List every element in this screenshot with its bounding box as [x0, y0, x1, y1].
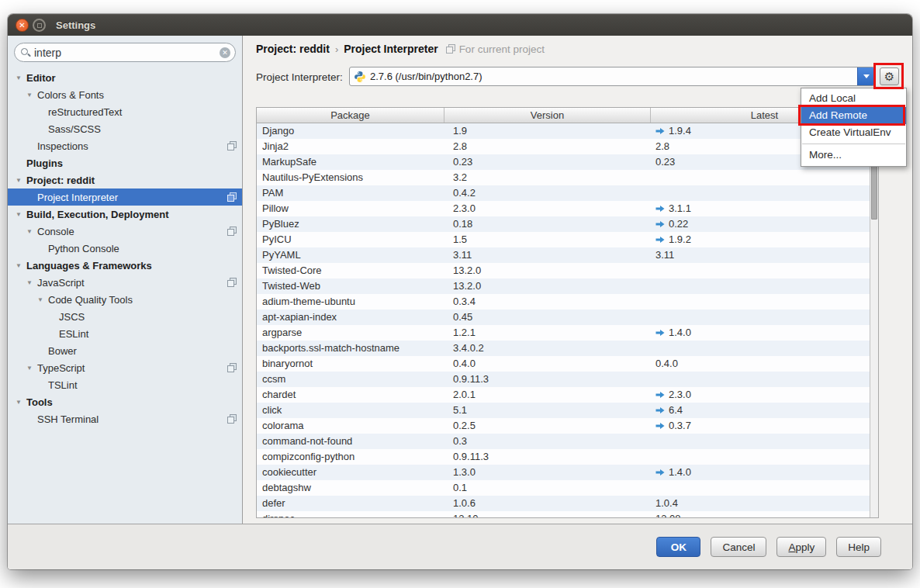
tree-item-restructuredtext[interactable]: reStructuredText: [8, 103, 242, 120]
expander-arrow-icon[interactable]: ▼: [16, 399, 26, 406]
tree-item-code-quality-tools[interactable]: ▼Code Quality Tools: [8, 291, 242, 308]
latest-cell: 1.0.4: [651, 496, 870, 511]
tree-item-plugins[interactable]: Plugins: [8, 154, 242, 171]
table-row[interactable]: Twisted-Web13.2.0: [257, 278, 870, 294]
tree-item-colors-fonts[interactable]: ▼Colors & Fonts: [8, 86, 242, 103]
table-row[interactable]: Pillow2.3.03.1.1: [257, 201, 870, 216]
version-cell: 0.3.4: [444, 294, 651, 310]
search-icon: [21, 47, 31, 57]
table-row[interactable]: command-not-found0.3: [257, 434, 870, 449]
table-row[interactable]: PyBluez0.180.22: [257, 216, 870, 232]
table-row[interactable]: apt-xapian-index0.45: [257, 310, 870, 325]
upgrade-arrow-icon: [655, 391, 665, 399]
upgrade-arrow-icon: [655, 406, 665, 414]
expander-arrow-icon[interactable]: ▼: [26, 365, 37, 372]
settings-search-box[interactable]: ✕: [14, 43, 236, 62]
table-row[interactable]: Django1.91.9.4: [257, 123, 870, 139]
table-row[interactable]: MarkupSafe0.230.23: [257, 154, 870, 170]
table-row[interactable]: binaryornot0.4.00.4.0: [257, 356, 870, 372]
table-row[interactable]: compizconfig-python0.9.11.3: [257, 449, 870, 465]
table-row[interactable]: debtagshw0.1: [257, 480, 870, 496]
tree-item-editor[interactable]: ▼Editor: [8, 69, 242, 86]
expander-arrow-icon[interactable]: ▼: [26, 228, 37, 235]
combobox-arrow-button[interactable]: [857, 67, 874, 85]
expander-arrow-icon[interactable]: ▼: [16, 177, 26, 184]
package-cell: backports.ssl-match-hostname: [257, 341, 444, 356]
table-row[interactable]: click5.16.4: [257, 403, 870, 418]
clear-search-icon[interactable]: ✕: [220, 47, 230, 58]
menu-item-add-local[interactable]: Add Local: [801, 90, 906, 107]
table-row[interactable]: chardet2.0.12.3.0: [257, 387, 870, 403]
table-header-package[interactable]: Package: [257, 108, 444, 123]
version-cell: 0.23: [444, 154, 651, 170]
table-row[interactable]: cookiecutter1.3.01.4.0: [257, 465, 870, 480]
package-cell: Pillow: [257, 201, 444, 216]
upgrade-arrow-icon: [655, 236, 665, 244]
maximize-button[interactable]: [33, 19, 46, 32]
table-row[interactable]: dirspec13.1013.08: [257, 511, 870, 518]
tree-item-console[interactable]: ▼Console: [8, 223, 242, 240]
interpreter-combobox[interactable]: 2.7.6 (/usr/bin/python2.7): [349, 67, 875, 86]
table-row[interactable]: colorama0.2.50.3.7: [257, 418, 870, 434]
menu-item-add-remote[interactable]: Add Remote: [801, 107, 906, 124]
latest-cell: [651, 434, 870, 449]
table-row[interactable]: adium-theme-ubuntu0.3.4: [257, 294, 870, 310]
tree-item-sass-scss[interactable]: Sass/SCSS: [8, 120, 242, 137]
tree-item-jscs[interactable]: JSCS: [8, 308, 242, 325]
tree-item-python-console[interactable]: Python Console: [8, 240, 242, 257]
tree-item-eslint[interactable]: ESLint: [8, 325, 242, 342]
tree-item-label: Project: reddit: [26, 175, 95, 186]
tree-item-label: Console: [37, 226, 74, 237]
ok-button[interactable]: OK: [656, 537, 700, 557]
tree-item-project-reddit[interactable]: ▼Project: reddit: [8, 171, 242, 189]
project-badge-icon: [227, 363, 237, 372]
search-input[interactable]: [31, 47, 220, 59]
tree-item-typescript[interactable]: ▼TypeScript: [8, 359, 242, 376]
table-row[interactable]: PyYAML3.113.11: [257, 247, 870, 263]
help-button[interactable]: Help: [836, 537, 881, 557]
menu-item-more[interactable]: More...: [801, 147, 906, 164]
project-badge-icon: [227, 414, 237, 424]
table-row[interactable]: Jinja22.82.8: [257, 139, 870, 154]
package-cell: debtagshw: [257, 480, 444, 496]
expander-arrow-icon[interactable]: ▼: [26, 92, 37, 99]
table-row[interactable]: PyICU1.51.9.2: [257, 232, 870, 247]
tree-item-label: JavaScript: [37, 277, 85, 289]
expander-arrow-icon[interactable]: ▼: [26, 279, 37, 286]
expander-arrow-icon[interactable]: ▼: [16, 74, 26, 81]
for-current-project-label: For current project: [459, 43, 545, 55]
menu-item-create-virtualenv[interactable]: Create VirtualEnv: [801, 124, 906, 141]
tree-item-project-interpreter[interactable]: Project Interpreter: [8, 189, 242, 206]
tree-item-inspections[interactable]: Inspections: [8, 137, 242, 154]
tree-item-languages-frameworks[interactable]: ▼Languages & Frameworks: [8, 257, 242, 274]
tree-item-tslint[interactable]: TSLint: [8, 376, 242, 393]
package-cell: adium-theme-ubuntu: [257, 294, 444, 310]
table-row[interactable]: argparse1.2.11.4.0: [257, 325, 870, 341]
table-row[interactable]: defer1.0.61.0.4: [257, 496, 870, 511]
table-row[interactable]: PAM0.4.2: [257, 185, 870, 201]
vertical-scrollbar[interactable]: [870, 123, 878, 517]
tree-item-bower[interactable]: Bower: [8, 342, 242, 359]
table-header-version[interactable]: Version: [444, 108, 651, 123]
tree-item-ssh-terminal[interactable]: SSH Terminal: [8, 410, 242, 427]
tree-item-build-execution-deployment[interactable]: ▼Build, Execution, Deployment: [8, 206, 242, 223]
table-row[interactable]: Nautilus-PyExtensions3.2: [257, 170, 870, 185]
table-row[interactable]: ccsm0.9.11.3: [257, 372, 870, 387]
apply-button[interactable]: Apply: [776, 537, 826, 557]
expander-arrow-icon[interactable]: ▼: [37, 296, 48, 303]
expander-arrow-icon[interactable]: ▼: [16, 211, 26, 218]
package-cell: compizconfig-python: [257, 449, 444, 465]
close-button[interactable]: ✕: [16, 19, 29, 32]
gear-button[interactable]: ⚙: [880, 67, 899, 85]
upgrade-arrow-icon: [655, 329, 665, 337]
tree-item-javascript[interactable]: ▼JavaScript: [8, 274, 242, 291]
package-cell: argparse: [257, 325, 444, 341]
tree-item-label: Colors & Fonts: [37, 89, 104, 101]
expander-arrow-icon[interactable]: ▼: [16, 262, 26, 269]
version-cell: 2.8: [444, 139, 651, 154]
table-row[interactable]: Twisted-Core13.2.0: [257, 263, 870, 278]
table-row[interactable]: backports.ssl-match-hostname3.4.0.2: [257, 341, 870, 356]
cancel-button[interactable]: Cancel: [711, 537, 766, 557]
version-cell: 1.0.6: [444, 496, 651, 511]
tree-item-tools[interactable]: ▼Tools: [8, 393, 242, 410]
